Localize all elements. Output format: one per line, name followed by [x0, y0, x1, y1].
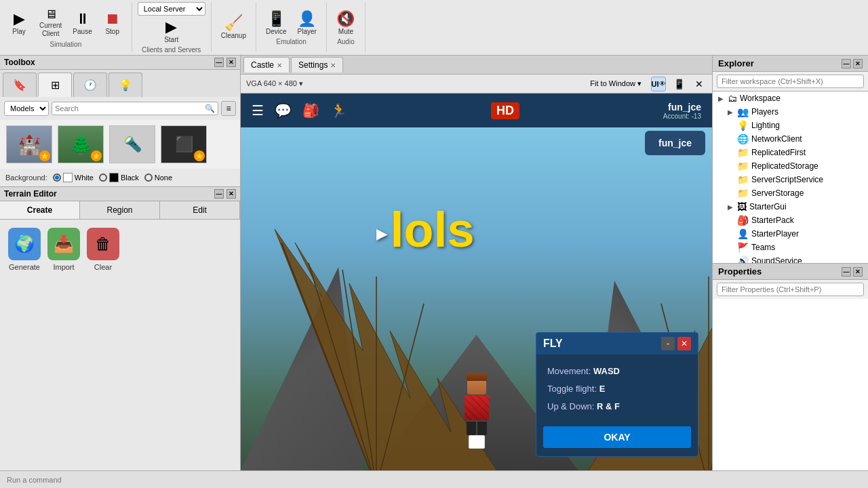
terrain-close-button[interactable]: ✕: [226, 189, 236, 199]
viewport-tabs: Castle ✕ Settings ✕: [241, 56, 712, 75]
list-item[interactable]: 🌲 ⭐: [57, 125, 104, 163]
bg-none-option[interactable]: None: [144, 174, 172, 182]
fly-movement-keys: WASD: [593, 366, 620, 376]
list-item[interactable]: 🔦: [108, 125, 156, 163]
tab-grid[interactable]: ⊞: [38, 73, 72, 97]
menu-icon[interactable]: ☰: [252, 102, 264, 119]
tree-item-soundservice[interactable]: 🔊 SoundService: [713, 254, 868, 263]
server-type-select[interactable]: Local Server 8 Players: [138, 2, 205, 16]
ui-icon: UI: [652, 80, 659, 88]
device-button[interactable]: 📱 Device: [262, 10, 291, 37]
player-emulation-button[interactable]: 👤 Player: [294, 10, 321, 37]
pause-button[interactable]: ⏸ Pause: [68, 10, 96, 37]
fly-okay-button[interactable]: OKAY: [543, 426, 691, 448]
fly-title-bar: FLY - ✕: [536, 333, 698, 354]
tab-create[interactable]: Create: [0, 201, 80, 219]
rock-left: [241, 267, 363, 470]
tab-settings[interactable]: Settings ✕: [291, 57, 343, 73]
players-icon: 👥: [737, 106, 749, 117]
workspace-label: Workspace: [740, 94, 781, 103]
tree-item-players[interactable]: ▶ 👥 Players: [713, 105, 868, 119]
explorer-close-button[interactable]: ✕: [853, 59, 863, 68]
properties-search-input[interactable]: [717, 283, 864, 296]
list-item[interactable]: ⬛ ⭐: [160, 125, 208, 163]
bg-black-radio: [99, 174, 107, 182]
clear-tool[interactable]: 🗑 Clear: [87, 228, 119, 271]
replicatedstorage-label: ReplicatedStorage: [751, 161, 818, 171]
list-item[interactable]: 🏰 ⭐: [5, 125, 53, 163]
properties-controls: — ✕: [842, 267, 863, 277]
search-input-wrap: 🔍: [52, 102, 218, 115]
close-viewport-button[interactable]: ✕: [692, 77, 707, 92]
search-input[interactable]: [55, 104, 205, 113]
play-button[interactable]: ▶ Play: [5, 10, 33, 37]
castle-tab-close[interactable]: ✕: [277, 62, 282, 69]
tree-item-teams[interactable]: 🚩 Teams: [713, 241, 868, 254]
properties-title: Properties: [718, 266, 762, 277]
fly-title: FLY: [543, 338, 563, 350]
tab-recent[interactable]: 🕐: [73, 73, 107, 97]
castle-tab-label: Castle: [251, 60, 274, 70]
tree-item-lighting[interactable]: 💡 Lighting: [713, 119, 868, 132]
chat-icon[interactable]: 💬: [275, 102, 292, 119]
tab-region[interactable]: Region: [80, 201, 160, 219]
ui-toggle-button[interactable]: UI 👁: [651, 77, 666, 92]
tab-favorites[interactable]: 🔖: [3, 73, 37, 97]
tree-item-networkclient[interactable]: 🌐 NetworkClient: [713, 132, 868, 146]
tree-item-starterplayer[interactable]: 👤 StarterPlayer: [713, 227, 868, 241]
explorer-search: [713, 72, 868, 92]
terrain-collapse-button[interactable]: —: [214, 189, 224, 199]
filter-button[interactable]: ≡: [221, 101, 236, 116]
teams-icon: 🚩: [737, 242, 749, 253]
import-tool[interactable]: 📥 Import: [47, 228, 80, 271]
tree-item-workspace[interactable]: ▶ 🗂 Workspace: [713, 92, 868, 105]
tab-edit[interactable]: Edit: [160, 201, 240, 219]
device-view-button[interactable]: 📱: [671, 77, 686, 92]
game-viewport[interactable]: ☰ 💬 🎒 🏃 HD fun_jce Account: -13 fun_jce …: [241, 94, 712, 470]
fly-movement-label: Movement:: [547, 366, 591, 376]
current-client-button[interactable]: 🖥 CurrentClient: [35, 7, 66, 39]
fly-minimize-button[interactable]: -: [661, 337, 675, 350]
mute-button[interactable]: 🔇 Mute: [332, 10, 359, 37]
device-icon: 📱: [267, 12, 285, 26]
item-dark-img: ⬛ ⭐: [161, 125, 207, 163]
game-account: fun_jce Account: -13: [663, 102, 701, 120]
bg-white-option[interactable]: White: [53, 173, 94, 182]
model-type-select[interactable]: Models: [4, 101, 49, 116]
tab-light[interactable]: 💡: [108, 73, 142, 97]
toolbox-controls: — ✕: [214, 58, 236, 67]
search-icon[interactable]: 🔍: [205, 104, 215, 113]
simulation-group: ▶ Play 🖥 CurrentClient ⏸ Pause ⏹ Stop Si…: [0, 3, 132, 52]
generate-tool[interactable]: 🌍 Generate: [8, 228, 41, 271]
start-button[interactable]: ▶ Start: [158, 18, 185, 45]
serverstorage-icon: 📁: [737, 188, 749, 199]
tree-item-replicatedfirst[interactable]: 📁 ReplicatedFirst: [713, 146, 868, 159]
run-icon[interactable]: 🏃: [330, 102, 347, 119]
networkclient-icon: 🌐: [737, 134, 749, 144]
stop-button[interactable]: ⏹ Stop: [99, 10, 126, 37]
lighting-icon: 💡: [737, 120, 749, 131]
tree-item-startergui[interactable]: ▶ 🖼 StarterGui: [713, 200, 868, 214]
mute-label: Mute: [338, 28, 353, 35]
explorer-collapse-button[interactable]: —: [842, 59, 851, 68]
properties-collapse-button[interactable]: —: [842, 267, 851, 277]
fly-toggle-label: Toggle flight:: [547, 384, 597, 394]
toolbox-close-button[interactable]: ✕: [226, 58, 236, 67]
fly-close-button[interactable]: ✕: [677, 337, 691, 350]
tab-castle[interactable]: Castle ✕: [243, 57, 290, 73]
toolbox-collapse-button[interactable]: —: [214, 58, 224, 67]
bg-black-option[interactable]: Black: [99, 173, 139, 182]
fit-window-button[interactable]: Fit to Window ▾: [586, 78, 646, 89]
tree-item-serverstorage[interactable]: 📁 ServerStorage: [713, 186, 868, 200]
tree-item-replicatedstorage[interactable]: 📁 ReplicatedStorage: [713, 159, 868, 173]
backpack-icon[interactable]: 🎒: [302, 102, 319, 119]
explorer-search-input[interactable]: [717, 75, 864, 88]
settings-tab-close[interactable]: ✕: [330, 62, 336, 69]
command-input[interactable]: [7, 476, 861, 484]
cleanup-button[interactable]: 🧹 Cleanup: [217, 14, 250, 41]
properties-close-button[interactable]: ✕: [853, 267, 863, 277]
tree-item-serverscriptservice[interactable]: 📁 ServerScriptService: [713, 173, 868, 186]
tree-item-starterpack[interactable]: 🎒 StarterPack: [713, 214, 868, 227]
bg-black-swatch: [109, 173, 119, 182]
workspace-icon: 🗂: [728, 93, 737, 104]
